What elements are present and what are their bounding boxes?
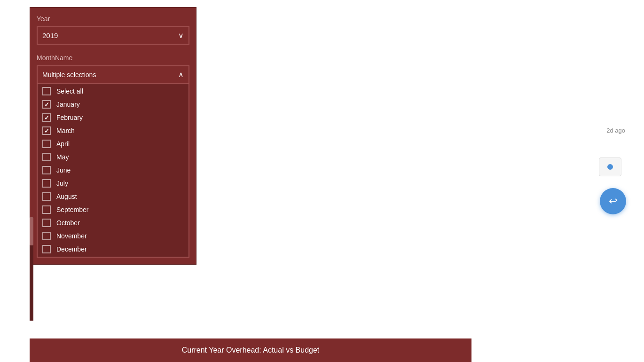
month-checkbox-july[interactable] [42, 179, 51, 188]
month-checkbox-may[interactable] [42, 153, 51, 161]
year-label: Year [37, 15, 189, 23]
month-item[interactable]: September [38, 203, 188, 216]
main-area: Year 2019 ∨ MonthName Multiple selection… [0, 0, 644, 362]
month-checkbox-june[interactable] [42, 166, 51, 174]
month-item[interactable]: February [38, 111, 188, 124]
dot-icon [607, 164, 613, 170]
month-item[interactable]: July [38, 177, 188, 190]
month-label-august: August [56, 193, 77, 200]
month-checkbox-august[interactable] [42, 192, 51, 201]
month-item[interactable]: November [38, 229, 188, 243]
month-item[interactable]: May [38, 150, 188, 164]
month-checkbox-december[interactable] [42, 245, 51, 253]
month-item[interactable]: October [38, 216, 188, 229]
month-label: MonthName [37, 54, 189, 62]
select-all-checkbox[interactable] [42, 87, 51, 95]
scrollbar-track[interactable] [30, 217, 33, 321]
month-item[interactable]: January [38, 98, 188, 111]
month-label-september: September [56, 206, 88, 213]
month-checkbox-september[interactable] [42, 205, 51, 214]
back-button[interactable]: ↩ [600, 188, 626, 214]
month-item[interactable]: April [38, 137, 188, 150]
month-label-october: October [56, 219, 80, 227]
chevron-down-icon: ∨ [178, 31, 184, 40]
month-checkbox-january[interactable] [42, 100, 51, 109]
month-item[interactable]: December [38, 243, 188, 256]
month-item[interactable]: June [38, 164, 188, 177]
month-list: Select all JanuaryFebruaryMarchAprilMayJ… [37, 84, 189, 258]
month-label-december: December [56, 245, 87, 253]
filter-panel: Year 2019 ∨ MonthName Multiple selection… [30, 7, 196, 265]
month-item[interactable]: August [38, 190, 188, 203]
month-checkbox-april[interactable] [42, 140, 51, 148]
month-label-may: May [56, 153, 69, 161]
chevron-up-icon: ∧ [178, 70, 184, 79]
scrollbar-thumb[interactable] [30, 217, 33, 245]
select-all-label: Select all [56, 87, 83, 95]
month-label-november: November [56, 232, 87, 240]
year-value: 2019 [42, 31, 58, 39]
month-checkbox-february[interactable] [42, 113, 51, 122]
month-label-june: June [56, 166, 71, 174]
month-item[interactable]: March [38, 124, 188, 137]
select-all-item[interactable]: Select all [38, 85, 188, 98]
bottom-bar: Current Year Overhead: Actual vs Budget [30, 338, 471, 362]
month-label-january: January [56, 101, 80, 108]
month-checkbox-november[interactable] [42, 232, 51, 240]
month-checkbox-october[interactable] [42, 219, 51, 227]
month-checkbox-march[interactable] [42, 126, 51, 135]
multi-select-label: Multiple selections [42, 71, 96, 79]
year-dropdown[interactable]: 2019 ∨ [37, 26, 189, 45]
month-label-february: February [56, 114, 83, 121]
month-label-march: March [56, 127, 75, 134]
arrow-back-icon: ↩ [609, 195, 617, 207]
month-label-july: July [56, 180, 68, 187]
month-label-april: April [56, 140, 70, 148]
small-dot-button[interactable] [599, 157, 621, 176]
multi-select-header[interactable]: Multiple selections ∧ [37, 65, 189, 84]
chart-title: Current Year Overhead: Actual vs Budget [182, 346, 320, 354]
timestamp: 2d ago [606, 127, 625, 134]
